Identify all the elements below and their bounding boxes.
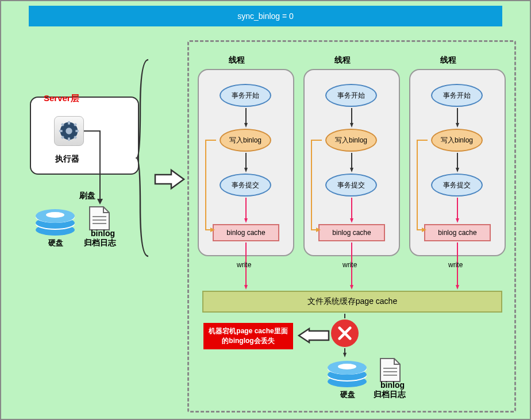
arrow-down-icon: [350, 153, 353, 172]
arrow-down-red-icon: [350, 198, 353, 223]
write-label: write: [343, 261, 357, 269]
arrow-down-icon: [244, 108, 248, 128]
bypass-arrow-icon: [415, 139, 429, 236]
svg-rect-3: [68, 137, 70, 141]
svg-rect-2: [68, 121, 70, 125]
svg-rect-18: [93, 223, 106, 224]
disk-icon: [33, 207, 77, 238]
binlog-desc: 归档日志: [84, 238, 116, 248]
brace-icon: [137, 57, 152, 259]
big-arrow-icon: [154, 168, 186, 192]
svg-rect-17: [93, 219, 106, 221]
arrow-down-icon: [350, 108, 353, 128]
svg-rect-16: [93, 216, 106, 217]
svg-point-38: [338, 364, 356, 369]
write-binlog-node: 写入binlog: [431, 129, 483, 152]
binlog-name: binlog: [91, 229, 115, 238]
tx-commit-node: 事务提交: [431, 174, 483, 196]
svg-rect-40: [383, 371, 397, 372]
binlog-cache-box: binlog cache: [213, 224, 279, 241]
title-bar: sync_binlog = 0: [29, 6, 502, 26]
thread-label: 线程: [229, 55, 245, 65]
arrow-down-icon: [456, 108, 459, 128]
tx-begin-node: 事务开始: [220, 84, 271, 107]
disk-label: 硬盘: [340, 390, 355, 400]
tx-begin-node: 事务开始: [431, 84, 483, 107]
bypass-arrow-icon: [309, 139, 323, 236]
svg-point-15: [46, 212, 64, 218]
tx-begin-node: 事务开始: [325, 84, 377, 107]
bypass-arrow-icon: [203, 139, 217, 236]
svg-point-1: [66, 128, 72, 134]
arrow-down-red-icon: [244, 198, 248, 223]
cache-to-disk-arrow: [343, 314, 347, 357]
arrow-down-icon: [244, 153, 248, 172]
svg-rect-41: [383, 375, 397, 376]
arrow-down-icon: [456, 153, 459, 172]
x-to-warning-arrow: [297, 327, 330, 344]
thread-label: 线程: [440, 55, 456, 65]
binlog-name: binlog: [380, 380, 405, 390]
server-layer-label: Server层: [44, 93, 79, 104]
tx-commit-node: 事务提交: [220, 174, 271, 196]
write-label: write: [237, 261, 251, 269]
svg-rect-4: [59, 130, 63, 132]
warning-box: 机器宕机page cache里面的binglog会丢失: [203, 323, 293, 349]
executor-label: 执行器: [55, 154, 79, 164]
binlog-cache-box: binlog cache: [318, 224, 385, 241]
disk-icon: [325, 359, 369, 390]
svg-rect-39: [383, 368, 397, 369]
binlog-desc: 归档日志: [374, 390, 406, 400]
svg-rect-5: [75, 130, 79, 132]
arrow-down-red-icon: [456, 198, 459, 223]
write-binlog-node: 写入binlog: [220, 129, 271, 152]
page-cache-box: 文件系统缓存page cache: [202, 291, 502, 313]
tx-commit-node: 事务提交: [325, 174, 377, 196]
write-label: write: [448, 261, 463, 269]
binlog-cache-box: binlog cache: [424, 224, 491, 241]
disk-label: 硬盘: [48, 238, 63, 248]
flush-label: 刷盘: [79, 191, 95, 201]
diagram-canvas: sync_binlog = 0 Server层 执行器 刷盘 硬盘 binlog…: [0, 0, 531, 420]
thread-label: 线程: [334, 55, 351, 65]
write-binlog-node: 写入binlog: [325, 129, 377, 152]
gear-icon: [54, 116, 84, 146]
